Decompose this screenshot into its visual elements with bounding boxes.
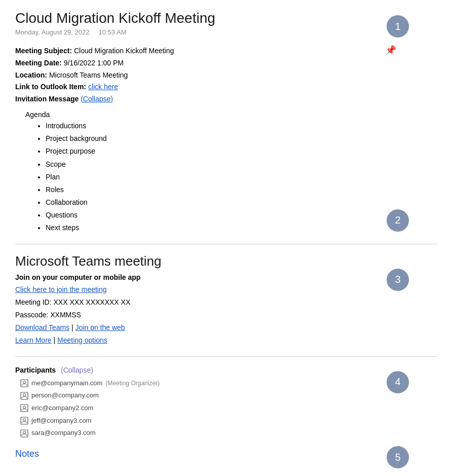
list-item: Next steps: [46, 222, 437, 234]
meeting-subject-label: Meeting Subject:: [15, 47, 72, 55]
list-item: Collaboration: [46, 196, 437, 209]
download-teams-link[interactable]: Download Teams: [15, 323, 69, 332]
meeting-options-link[interactable]: Meeting options: [57, 336, 107, 344]
invitation-row: Invitation Message (Collapse): [15, 93, 437, 105]
location-label: Location:: [15, 71, 47, 79]
list-item: jeff@company3.com: [20, 415, 437, 427]
join-meeting-link[interactable]: Click here to join the meeting: [15, 285, 107, 294]
passcode-value: XXMMSS: [50, 311, 81, 319]
svg-point-3: [23, 393, 26, 396]
meeting-id-row: Meeting ID: XXX XXX XXXXXXX XX: [15, 296, 437, 309]
meeting-date-row: Meeting Date: 9/16/2022 1:00 PM: [15, 57, 437, 69]
section-badge-5: 5: [387, 446, 409, 468]
meeting-id-value: XXX XXX XXXXXXX XX: [53, 298, 130, 306]
list-item: Project purpose: [46, 145, 437, 158]
participant-list: me@companymain.com (Meeting Organizer) p…: [20, 377, 437, 440]
agenda-title: Agenda: [25, 111, 437, 119]
list-item: Roles: [46, 184, 437, 196]
list-item: me@companymain.com (Meeting Organizer): [20, 377, 437, 390]
teams-section-title: Microsoft Teams meeting: [15, 253, 437, 269]
section-badge-4: 4: [387, 371, 409, 393]
list-item: Introductions: [46, 120, 437, 132]
svg-point-5: [23, 406, 26, 409]
page-subtitle: Monday, August 29, 2022 10:53 AM: [15, 28, 437, 36]
time-text: 10:53 AM: [99, 28, 127, 36]
person-icon: [20, 404, 28, 412]
meeting-date-value: 9/16/2022 1:00 PM: [64, 59, 124, 67]
section-badge-1: 1: [387, 15, 409, 38]
teams-join-label: Join on your computer or mobile app: [15, 273, 437, 281]
person-icon: [20, 392, 28, 400]
outlook-link[interactable]: click here: [88, 83, 118, 91]
pin-icon: 📌: [385, 45, 396, 56]
list-item: sara@company3.com: [20, 427, 437, 440]
divider-2: [15, 356, 437, 357]
list-item: Project background: [46, 132, 437, 145]
person-icon: [20, 417, 28, 425]
list-item: person@company.com: [20, 389, 437, 402]
meeting-date-label: Meeting Date:: [15, 59, 62, 67]
participants-collapse-link[interactable]: (Collapse): [61, 366, 93, 374]
participants-title: Participants (Collapse): [15, 366, 437, 374]
list-item: Questions: [46, 209, 437, 222]
location-row: Location: Microsoft Teams Meeting: [15, 69, 437, 82]
person-icon: [20, 429, 28, 437]
section-badge-2: 2: [387, 209, 409, 232]
invitation-collapse-link[interactable]: (Collapse): [81, 95, 113, 103]
meeting-subject-row: Meeting Subject: Cloud Migration Kickoff…: [15, 45, 437, 57]
notes-title: Notes: [15, 449, 437, 459]
person-icon: [20, 379, 28, 387]
list-item: Scope: [46, 158, 437, 171]
link-label: Link to Outlook Item:: [15, 83, 86, 91]
passcode-row: Passcode: XXMMSS: [15, 309, 437, 321]
meeting-id-label: Meeting ID:: [15, 298, 52, 306]
location-value: Microsoft Teams Meeting: [49, 71, 128, 79]
svg-point-7: [23, 419, 26, 421]
list-item: eric@company2.com: [20, 402, 437, 415]
meeting-subject-value: Cloud Migration Kickoff Meeting: [74, 47, 174, 55]
svg-point-1: [23, 381, 26, 383]
teams-more-row: Learn More | Meeting options: [15, 334, 437, 347]
passcode-label: Passcode:: [15, 311, 48, 319]
date-text: Monday, August 29, 2022: [15, 28, 89, 36]
invitation-label: Invitation Message: [15, 95, 79, 103]
learn-more-link[interactable]: Learn More: [15, 336, 52, 344]
list-item: Plan: [46, 171, 437, 184]
meta-block: Meeting Subject: Cloud Migration Kickoff…: [15, 45, 437, 105]
link-row: Link to Outlook Item: click here: [15, 81, 437, 93]
agenda-list: Introductions Project background Project…: [46, 120, 437, 235]
separator-2: |: [53, 336, 57, 344]
join-web-link[interactable]: Join on the web: [76, 323, 125, 332]
separator-1: |: [71, 323, 76, 332]
teams-download-row: Download Teams | Join on the web: [15, 321, 437, 334]
section-badge-3: 3: [387, 269, 409, 291]
svg-point-9: [23, 431, 26, 433]
page-title: Cloud Migration Kickoff Meeting: [15, 10, 437, 26]
divider-1: [15, 244, 437, 244]
